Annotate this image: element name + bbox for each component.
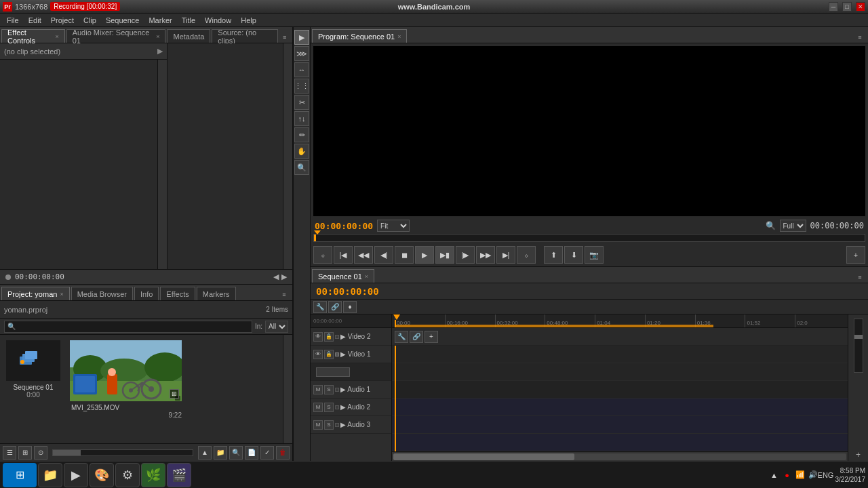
tool-ripple[interactable]: ↔ — [294, 62, 309, 77]
timeline-horizontal-scrollbar[interactable] — [392, 451, 848, 461]
search-input[interactable] — [4, 321, 252, 333]
menu-file[interactable]: File — [3, 15, 23, 26]
maximize-button[interactable]: □ — [842, 2, 852, 12]
menu-title[interactable]: Title — [178, 15, 199, 26]
audio3-mute[interactable]: M — [313, 420, 323, 430]
project-item-video[interactable]: ⊞ MVI_2535.MOV 9:22 — [66, 338, 185, 422]
menu-sequence[interactable]: Sequence — [102, 15, 144, 26]
start-button[interactable]: ⊞ — [3, 463, 37, 487]
project-item-sequence01[interactable]: Sequence 01 0:00 — [3, 338, 64, 422]
step-back-btn[interactable]: ◀◀ — [354, 246, 373, 264]
tl-snap-btn[interactable]: 🔧 — [313, 301, 327, 313]
audio1-solo[interactable]: S — [324, 385, 334, 394]
step-fwd-btn[interactable]: ▶▶ — [476, 246, 495, 264]
shuttle-left-btn[interactable]: ◀| — [374, 246, 393, 264]
track-row-video1[interactable] — [392, 363, 848, 381]
mark-in-btn[interactable]: ⬦ — [313, 246, 332, 264]
menu-help[interactable]: Help — [237, 15, 260, 26]
sequence-tab-close[interactable]: × — [365, 273, 368, 280]
menu-marker[interactable]: Marker — [144, 15, 176, 26]
tool-select[interactable]: ▶ — [294, 30, 309, 45]
play-btn[interactable]: ▶ — [415, 246, 434, 264]
menu-clip[interactable]: Clip — [79, 15, 100, 26]
clear-btn[interactable]: ✓ — [260, 446, 274, 460]
audio3-solo[interactable]: S — [324, 420, 334, 430]
tool-rolling[interactable]: ⋮⋮ — [294, 79, 309, 94]
tool-track-select[interactable]: ⋙ — [294, 46, 309, 61]
tab-program[interactable]: Program: Sequence 01 × — [312, 29, 407, 43]
insert-btn[interactable]: ⬆ — [544, 246, 563, 264]
add-marker-btn[interactable]: + — [846, 246, 865, 264]
taskbar-settings[interactable]: ⚙ — [115, 463, 140, 487]
stop-btn[interactable]: ◼ — [395, 246, 414, 264]
tl-snap-btn2[interactable]: 🔧 — [395, 331, 408, 343]
menu-project[interactable]: Project — [47, 15, 78, 26]
taskbar-media-player[interactable]: ▶ — [64, 463, 88, 487]
tab-media-browser[interactable]: Media Browser — [71, 287, 133, 300]
track-row-audio3[interactable] — [392, 434, 848, 451]
video1-eye[interactable]: 👁 — [313, 350, 323, 359]
project-tab-close[interactable]: × — [60, 291, 63, 298]
track-row-audio2[interactable] — [392, 416, 848, 434]
effect-bottom-btn2[interactable]: ▶ — [281, 272, 287, 281]
minimize-button[interactable]: ─ — [829, 2, 838, 12]
volume-slider[interactable] — [854, 319, 863, 373]
tab-audio-mixer[interactable]: Audio Mixer: Sequence 01 × — [66, 29, 166, 43]
icon-view-btn[interactable]: ⊞ — [18, 446, 32, 460]
tl-add-marker-btn[interactable]: ♦ — [343, 301, 357, 313]
effect-bottom-btn1[interactable]: ◀ — [273, 272, 279, 281]
taskbar-explorer[interactable]: 📁 — [38, 463, 62, 487]
systray-volume[interactable]: 🔊 — [808, 470, 818, 481]
program-tab-close[interactable]: × — [397, 33, 401, 40]
taskbar-premiere[interactable]: 🎬 — [167, 463, 191, 487]
tool-pen[interactable]: ✏ — [294, 127, 309, 142]
go-to-out-btn[interactable]: ▶| — [496, 246, 515, 264]
fit-select[interactable]: Fit Full 25% 50% 100% — [377, 220, 410, 232]
effect-controls-close[interactable]: × — [55, 33, 58, 40]
tab-effect-controls[interactable]: Effect Controls × — [1, 29, 65, 43]
tab-markers[interactable]: Markers — [197, 287, 236, 300]
overwrite-btn[interactable]: ⬇ — [564, 246, 583, 264]
audio1-mute[interactable]: M — [313, 385, 323, 394]
systray-network[interactable]: 📶 — [795, 470, 806, 481]
tool-zoom[interactable]: 🔍 — [294, 160, 309, 175]
track-row-video2[interactable] — [392, 346, 848, 363]
tl-add-track-btn[interactable]: + — [425, 331, 438, 343]
mark-out-btn[interactable]: ⬦ — [517, 246, 536, 264]
timeline-add-btn[interactable]: + — [856, 450, 861, 460]
systray-lang[interactable]: ENG — [821, 470, 831, 481]
title-bar-controls[interactable]: ─ □ ✕ — [829, 2, 865, 12]
track-row-audio1[interactable] — [392, 399, 848, 416]
taskbar-photoshop[interactable]: 🎨 — [90, 463, 114, 487]
tool-hand[interactable]: ✋ — [294, 144, 309, 159]
video2-lock[interactable]: 🔒 — [324, 332, 334, 342]
search-btn[interactable]: 🔍 — [229, 446, 243, 460]
freeform-btn[interactable]: ⊙ — [34, 446, 47, 460]
program-scrub-bar[interactable] — [313, 234, 865, 242]
new-item-btn[interactable]: 📄 — [245, 446, 258, 460]
full-select[interactable]: Full — [780, 220, 806, 232]
systray-chevron[interactable]: ▲ — [769, 470, 780, 481]
tool-razor[interactable]: ✂ — [294, 95, 309, 110]
tab-sequence01[interactable]: Sequence 01 × — [312, 269, 374, 283]
tab-info[interactable]: Info — [134, 287, 159, 300]
audio2-mute[interactable]: M — [313, 403, 323, 412]
close-button[interactable]: ✕ — [856, 2, 865, 12]
video1-lock[interactable]: 🔒 — [324, 350, 334, 359]
panel-menu-button[interactable]: ≡ — [279, 32, 290, 43]
tab-effects[interactable]: Effects — [160, 287, 195, 300]
tab-source[interactable]: Source: (no clips) — [212, 29, 278, 43]
zoom-icon[interactable]: 🔍 — [766, 221, 776, 230]
audio2-solo[interactable]: S — [324, 403, 334, 412]
project-scrollbar[interactable] — [283, 335, 292, 443]
play-in-to-out-btn[interactable]: ▶▮ — [435, 246, 454, 264]
tl-linked-btn2[interactable]: 🔗 — [410, 331, 423, 343]
delete-btn[interactable]: 🗑 — [276, 446, 290, 460]
menu-edit[interactable]: Edit — [24, 15, 45, 26]
shuttle-right-btn[interactable]: |▶ — [456, 246, 475, 264]
tab-project[interactable]: Project: yoman × — [1, 287, 70, 300]
export-frame-btn[interactable]: 📷 — [585, 246, 604, 264]
new-bin-btn[interactable]: 📁 — [214, 446, 227, 460]
in-select[interactable]: All — [265, 321, 288, 333]
taskbar-green-app[interactable]: 🌿 — [141, 463, 165, 487]
